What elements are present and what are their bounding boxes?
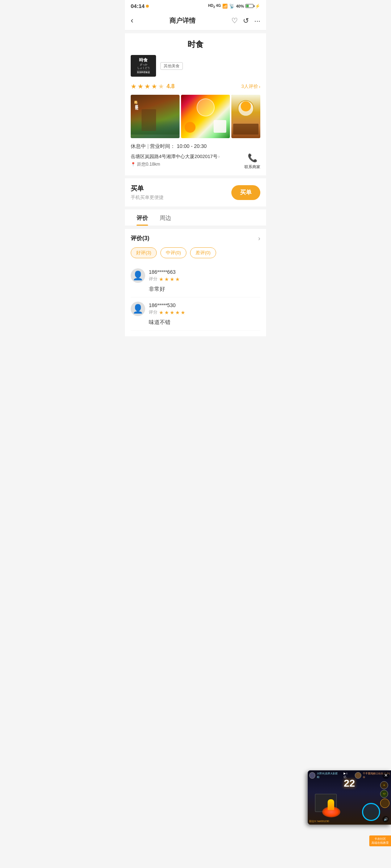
contact-button[interactable]: 📞 联系商家 bbox=[244, 153, 260, 170]
address-left: 岳塘区岚园路4号湘潭中心大厦2002017号 › 📍 距您0.18km bbox=[131, 153, 244, 167]
reviewer-info-2: 186*****530 评分 ★ ★ ★ ★ ★ bbox=[149, 302, 185, 315]
phone-icon: 📞 bbox=[248, 153, 257, 163]
address-section: 岳塘区岚园路4号湘潭中心大厦2002017号 › 📍 距您0.18km 📞 联系… bbox=[131, 153, 260, 170]
share-button[interactable]: ↺ bbox=[243, 16, 249, 25]
rating-row: ★ ★ ★ ★ ★ 4.8 3人评价 › bbox=[131, 82, 260, 90]
shop-name: 时食 bbox=[188, 39, 203, 50]
location-icon: 📍 bbox=[131, 162, 136, 167]
shop-info-card: 时食 時食 ざっか しょくどう 某某料理食堂 其他美食 ★ ★ ★ ★ ★ 4.… bbox=[125, 33, 266, 175]
reviewer-name-1: 186*****663 bbox=[149, 269, 180, 275]
header-actions: ♡ ↺ ··· bbox=[231, 16, 260, 25]
review-text-2: 味道不错 bbox=[131, 319, 260, 326]
favorite-button[interactable]: ♡ bbox=[231, 16, 238, 25]
buy-left: 买单 手机买单更便捷 bbox=[131, 184, 164, 201]
reviewer-stars-1: ★ ★ ★ ★ bbox=[159, 276, 180, 282]
review-header: 评价(3) › bbox=[131, 235, 260, 242]
status-bar: 04:14 HD2 4G 📶 📡 40% ⚡ bbox=[125, 0, 266, 11]
status-label: 休息中 bbox=[131, 143, 146, 149]
rating-label-2: 评分 bbox=[149, 309, 157, 315]
review-section-title: 评价(3) bbox=[131, 235, 150, 242]
wifi-icon: 📡 bbox=[229, 4, 235, 9]
filter-medium[interactable]: 中评(0) bbox=[160, 247, 186, 258]
tabs-bar: 评价 周边 bbox=[125, 209, 266, 226]
business-status: 休息中 | 营业时间： 10:00 - 20:30 bbox=[131, 143, 260, 150]
review-item-2: 👤 186*****530 评分 ★ ★ ★ ★ ★ 味道不错 bbox=[131, 297, 260, 331]
review-header-arrow[interactable]: › bbox=[258, 235, 260, 242]
network-label: HD2 4G bbox=[208, 4, 221, 9]
more-button[interactable]: ··· bbox=[254, 17, 260, 25]
star-4: ★ bbox=[151, 82, 157, 90]
review-count-text: 3人评价 bbox=[241, 83, 258, 90]
review-filters: 好评(3) 中评(0) 差评(0) bbox=[131, 247, 260, 258]
review-text-1: 非常好 bbox=[131, 286, 260, 293]
star-1: ★ bbox=[131, 82, 136, 90]
buy-button[interactable]: 买单 bbox=[231, 185, 260, 200]
business-hours: 10:00 - 20:30 bbox=[177, 143, 207, 149]
buy-card: 买单 手机买单更便捷 买单 bbox=[125, 178, 266, 207]
status-time: 04:14 bbox=[131, 3, 144, 9]
shop-info-right: 其他美食 bbox=[160, 62, 260, 70]
review-count-arrow: › bbox=[259, 84, 260, 89]
status-indicator bbox=[146, 5, 149, 8]
rating-number: 4.8 bbox=[167, 83, 175, 90]
reviewer-stars-2: ★ ★ ★ ★ ★ bbox=[159, 310, 185, 315]
back-button[interactable]: ‹ bbox=[131, 17, 133, 25]
shop-image-1[interactable]: 此处微打卡 bbox=[131, 95, 180, 138]
rating-label-1: 评分 bbox=[149, 276, 157, 282]
shop-image-3[interactable] bbox=[231, 95, 260, 138]
distance-text: 距您0.18km bbox=[137, 161, 160, 167]
business-hours-label: 营业时间： bbox=[150, 143, 175, 149]
tab-nearby[interactable]: 周边 bbox=[154, 209, 177, 226]
battery-fill bbox=[246, 5, 249, 7]
contact-label: 联系商家 bbox=[244, 164, 260, 170]
address-arrow: › bbox=[218, 154, 220, 159]
review-item-1: 👤 186*****663 评分 ★ ★ ★ ★ 非常好 bbox=[131, 264, 260, 297]
distance-row: 📍 距您0.18km bbox=[131, 161, 244, 167]
battery-bar bbox=[245, 4, 253, 8]
battery-percent: 40% bbox=[236, 4, 244, 8]
shop-images[interactable]: 此处微打卡 bbox=[131, 95, 260, 138]
star-half: ★ bbox=[158, 82, 164, 90]
buy-subtitle: 手机买单更便捷 bbox=[131, 194, 164, 201]
status-left: 04:14 bbox=[131, 3, 149, 9]
tab-review[interactable]: 评价 bbox=[131, 209, 154, 226]
page-header: ‹ 商户详情 ♡ ↺ ··· bbox=[125, 11, 266, 30]
buy-title: 买单 bbox=[131, 184, 164, 193]
page-title: 商户详情 bbox=[169, 16, 196, 25]
shop-image-2[interactable] bbox=[181, 95, 230, 138]
shop-tag: 其他美食 bbox=[160, 62, 183, 70]
avatar-1: 👤 bbox=[131, 268, 145, 283]
filter-good[interactable]: 好评(3) bbox=[131, 247, 157, 258]
reviewer-row-2: 👤 186*****530 评分 ★ ★ ★ ★ ★ bbox=[131, 302, 260, 316]
reviewer-info-1: 186*****663 评分 ★ ★ ★ ★ bbox=[149, 269, 180, 282]
filter-bad[interactable]: 差评(0) bbox=[190, 247, 216, 258]
star-3: ★ bbox=[144, 82, 150, 90]
signal-icon: 📶 bbox=[222, 4, 228, 9]
stars-container: ★ ★ ★ ★ ★ 4.8 bbox=[131, 82, 175, 90]
avatar-2: 👤 bbox=[131, 302, 145, 316]
review-count-link[interactable]: 3人评价 › bbox=[241, 83, 260, 90]
status-right: HD2 4G 📶 📡 40% ⚡ bbox=[208, 4, 260, 9]
reviewer-row-1: 👤 186*****663 评分 ★ ★ ★ ★ bbox=[131, 268, 260, 283]
shop-logo: 時食 ざっか しょくどう 某某料理食堂 bbox=[131, 55, 156, 77]
charging-icon: ⚡ bbox=[255, 4, 260, 9]
star-2: ★ bbox=[138, 82, 143, 90]
address-text[interactable]: 岳塘区岚园路4号湘潭中心大厦2002017号 › bbox=[131, 153, 244, 160]
shop-header: 時食 ざっか しょくどう 某某料理食堂 其他美食 bbox=[131, 55, 260, 77]
review-section: 评价(3) › 好评(3) 中评(0) 差评(0) 👤 186*****663 … bbox=[125, 229, 266, 336]
reviewer-name-2: 186*****530 bbox=[149, 302, 185, 308]
